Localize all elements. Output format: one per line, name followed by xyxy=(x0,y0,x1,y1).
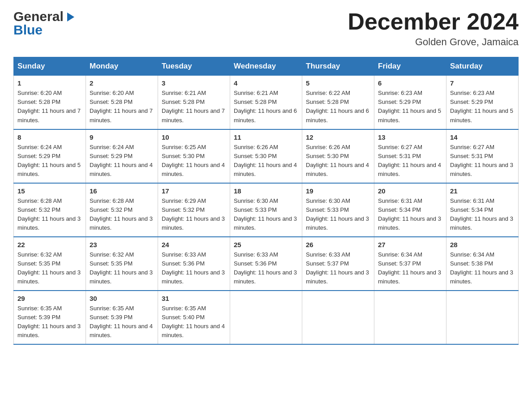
logo-blue-text: Blue xyxy=(13,22,43,38)
day-number: 1 xyxy=(17,79,82,87)
day-number: 5 xyxy=(306,79,370,87)
day-info: Sunrise: 6:30 AMSunset: 5:33 PMDaylight:… xyxy=(306,197,369,231)
logo-general-text: General xyxy=(13,9,64,24)
day-info: Sunrise: 6:27 AMSunset: 5:31 PMDaylight:… xyxy=(378,144,441,177)
day-number: 8 xyxy=(17,133,82,141)
calendar-day-cell: 6 Sunrise: 6:23 AMSunset: 5:29 PMDayligh… xyxy=(374,76,446,129)
day-number: 25 xyxy=(234,241,298,248)
day-number: 16 xyxy=(90,187,154,195)
day-info: Sunrise: 6:21 AMSunset: 5:28 PMDaylight:… xyxy=(234,90,297,123)
calendar-day-cell: 2 Sunrise: 6:20 AMSunset: 5:28 PMDayligh… xyxy=(86,76,158,129)
day-number: 19 xyxy=(306,187,370,195)
calendar-week-row: 22 Sunrise: 6:32 AMSunset: 5:35 PMDaylig… xyxy=(14,237,519,291)
col-friday: Friday xyxy=(374,57,446,76)
day-number: 17 xyxy=(162,187,226,195)
day-number: 13 xyxy=(378,133,442,141)
day-number: 12 xyxy=(306,133,370,141)
day-info: Sunrise: 6:30 AMSunset: 5:33 PMDaylight:… xyxy=(234,197,297,231)
day-info: Sunrise: 6:26 AMSunset: 5:30 PMDaylight:… xyxy=(306,144,369,177)
day-number: 24 xyxy=(162,241,226,248)
calendar-day-cell: 29 Sunrise: 6:35 AMSunset: 5:39 PMDaylig… xyxy=(14,291,86,344)
day-info: Sunrise: 6:20 AMSunset: 5:28 PMDaylight:… xyxy=(90,90,153,123)
day-number: 26 xyxy=(306,241,370,248)
calendar-day-cell: 23 Sunrise: 6:32 AMSunset: 5:35 PMDaylig… xyxy=(86,237,158,291)
day-info: Sunrise: 6:23 AMSunset: 5:29 PMDaylight:… xyxy=(450,90,513,123)
calendar-day-cell: 9 Sunrise: 6:24 AMSunset: 5:29 PMDayligh… xyxy=(86,129,158,183)
day-info: Sunrise: 6:28 AMSunset: 5:32 PMDaylight:… xyxy=(17,197,81,231)
day-number: 29 xyxy=(17,295,82,302)
day-number: 18 xyxy=(234,187,298,195)
day-info: Sunrise: 6:35 AMSunset: 5:39 PMDaylight:… xyxy=(17,305,81,338)
day-info: Sunrise: 6:31 AMSunset: 5:34 PMDaylight:… xyxy=(450,197,513,231)
calendar-day-cell: 8 Sunrise: 6:24 AMSunset: 5:29 PMDayligh… xyxy=(14,129,86,183)
day-number: 28 xyxy=(450,241,515,248)
day-info: Sunrise: 6:34 AMSunset: 5:38 PMDaylight:… xyxy=(450,251,513,285)
col-saturday: Saturday xyxy=(446,57,519,76)
month-title: December 2024 xyxy=(348,9,519,34)
col-thursday: Thursday xyxy=(302,57,374,76)
logo: General Blue xyxy=(13,9,77,38)
calendar-day-cell: 30 Sunrise: 6:35 AMSunset: 5:39 PMDaylig… xyxy=(86,291,158,344)
day-number: 31 xyxy=(162,295,226,302)
calendar-day-cell: 15 Sunrise: 6:28 AMSunset: 5:32 PMDaylig… xyxy=(14,183,86,237)
calendar-day-cell: 26 Sunrise: 6:33 AMSunset: 5:37 PMDaylig… xyxy=(302,237,374,291)
day-info: Sunrise: 6:25 AMSunset: 5:30 PMDaylight:… xyxy=(162,144,225,177)
day-number: 27 xyxy=(378,241,442,248)
calendar-day-cell: 17 Sunrise: 6:29 AMSunset: 5:32 PMDaylig… xyxy=(158,183,230,237)
calendar-day-cell xyxy=(230,291,302,344)
col-sunday: Sunday xyxy=(14,57,86,76)
calendar-table: Sunday Monday Tuesday Wednesday Thursday… xyxy=(13,57,519,345)
day-number: 20 xyxy=(378,187,442,195)
location-title: Golden Grove, Jamaica xyxy=(348,36,519,48)
page-header: General Blue December 2024 Golden Grove,… xyxy=(13,9,519,48)
calendar-header-row: Sunday Monday Tuesday Wednesday Thursday… xyxy=(14,57,519,76)
day-info: Sunrise: 6:35 AMSunset: 5:40 PMDaylight:… xyxy=(162,305,225,338)
calendar-day-cell: 27 Sunrise: 6:34 AMSunset: 5:37 PMDaylig… xyxy=(374,237,446,291)
calendar-week-row: 1 Sunrise: 6:20 AMSunset: 5:28 PMDayligh… xyxy=(14,76,519,129)
day-number: 21 xyxy=(450,187,515,195)
svg-marker-0 xyxy=(67,13,74,21)
calendar-day-cell xyxy=(302,291,374,344)
calendar-day-cell: 13 Sunrise: 6:27 AMSunset: 5:31 PMDaylig… xyxy=(374,129,446,183)
day-info: Sunrise: 6:35 AMSunset: 5:39 PMDaylight:… xyxy=(90,305,153,338)
day-info: Sunrise: 6:33 AMSunset: 5:37 PMDaylight:… xyxy=(306,251,369,285)
calendar-day-cell: 28 Sunrise: 6:34 AMSunset: 5:38 PMDaylig… xyxy=(446,237,519,291)
calendar-day-cell xyxy=(446,291,519,344)
day-info: Sunrise: 6:23 AMSunset: 5:29 PMDaylight:… xyxy=(378,90,441,123)
calendar-day-cell: 20 Sunrise: 6:31 AMSunset: 5:34 PMDaylig… xyxy=(374,183,446,237)
calendar-day-cell: 19 Sunrise: 6:30 AMSunset: 5:33 PMDaylig… xyxy=(302,183,374,237)
calendar-week-row: 29 Sunrise: 6:35 AMSunset: 5:39 PMDaylig… xyxy=(14,291,519,344)
col-wednesday: Wednesday xyxy=(230,57,302,76)
calendar-day-cell: 31 Sunrise: 6:35 AMSunset: 5:40 PMDaylig… xyxy=(158,291,230,344)
calendar-day-cell: 7 Sunrise: 6:23 AMSunset: 5:29 PMDayligh… xyxy=(446,76,519,129)
day-number: 30 xyxy=(90,295,154,302)
calendar-day-cell: 5 Sunrise: 6:22 AMSunset: 5:28 PMDayligh… xyxy=(302,76,374,129)
calendar-week-row: 8 Sunrise: 6:24 AMSunset: 5:29 PMDayligh… xyxy=(14,129,519,183)
day-info: Sunrise: 6:32 AMSunset: 5:35 PMDaylight:… xyxy=(90,251,153,285)
calendar-day-cell: 3 Sunrise: 6:21 AMSunset: 5:28 PMDayligh… xyxy=(158,76,230,129)
day-info: Sunrise: 6:22 AMSunset: 5:28 PMDaylight:… xyxy=(306,90,369,123)
day-info: Sunrise: 6:33 AMSunset: 5:36 PMDaylight:… xyxy=(234,251,297,285)
day-info: Sunrise: 6:29 AMSunset: 5:32 PMDaylight:… xyxy=(162,197,225,231)
day-info: Sunrise: 6:24 AMSunset: 5:29 PMDaylight:… xyxy=(90,144,153,177)
logo-arrow-icon xyxy=(64,11,77,23)
day-number: 10 xyxy=(162,133,226,141)
day-number: 11 xyxy=(234,133,298,141)
day-number: 2 xyxy=(90,79,154,87)
day-number: 4 xyxy=(234,79,298,87)
calendar-day-cell: 22 Sunrise: 6:32 AMSunset: 5:35 PMDaylig… xyxy=(14,237,86,291)
calendar-day-cell: 24 Sunrise: 6:33 AMSunset: 5:36 PMDaylig… xyxy=(158,237,230,291)
day-number: 7 xyxy=(450,79,515,87)
calendar-day-cell: 14 Sunrise: 6:27 AMSunset: 5:31 PMDaylig… xyxy=(446,129,519,183)
calendar-day-cell: 11 Sunrise: 6:26 AMSunset: 5:30 PMDaylig… xyxy=(230,129,302,183)
col-monday: Monday xyxy=(86,57,158,76)
day-info: Sunrise: 6:28 AMSunset: 5:32 PMDaylight:… xyxy=(90,197,153,231)
calendar-day-cell: 18 Sunrise: 6:30 AMSunset: 5:33 PMDaylig… xyxy=(230,183,302,237)
day-info: Sunrise: 6:27 AMSunset: 5:31 PMDaylight:… xyxy=(450,144,513,177)
day-number: 6 xyxy=(378,79,442,87)
day-info: Sunrise: 6:32 AMSunset: 5:35 PMDaylight:… xyxy=(17,251,81,285)
day-info: Sunrise: 6:33 AMSunset: 5:36 PMDaylight:… xyxy=(162,251,225,285)
calendar-day-cell xyxy=(374,291,446,344)
day-number: 3 xyxy=(162,79,226,87)
day-number: 15 xyxy=(17,187,82,195)
